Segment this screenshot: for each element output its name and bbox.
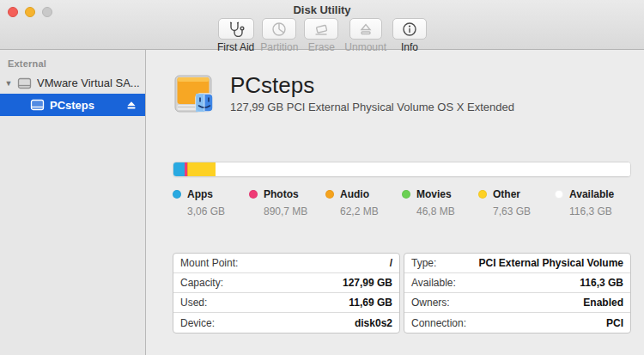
legend-label: Photos	[264, 188, 299, 200]
legend-item-audio: Audio 62,2 MB	[325, 188, 402, 217]
row-label: Connection:	[411, 317, 466, 329]
table-row-type: Type: PCI External Physical Volume	[404, 254, 630, 273]
detail-tables: Mount Point: / Capacity: 127,99 GB Used:…	[173, 253, 631, 334]
legend-item-photos: Photos 890,7 MB	[249, 188, 325, 217]
legend-size: 3,06 GB	[187, 205, 249, 217]
legend-label: Movies	[416, 188, 452, 200]
sidebar: External ▼ VMware Virtual SA...	[0, 50, 146, 355]
main-panel: PCsteps 127,99 GB PCI External Physical …	[146, 50, 644, 355]
row-label: Mount Point:	[180, 257, 238, 269]
window-title: Disk Utility	[0, 3, 644, 16]
sidebar-item-pcsteps[interactable]: PCsteps	[0, 94, 145, 116]
row-value: PCI External Physical Volume	[478, 257, 623, 269]
erase-button[interactable]: Erase	[304, 18, 338, 53]
volume-description: 127,99 GB PCI External Physical Volume O…	[230, 101, 514, 113]
legend-label: Audio	[340, 188, 369, 200]
row-value: 127,99 GB	[343, 277, 392, 289]
legend-size: 890,7 MB	[264, 205, 325, 217]
eraser-icon	[313, 21, 329, 37]
row-label: Used:	[180, 297, 207, 309]
legend-size: 116,3 GB	[569, 205, 631, 217]
disclosure-triangle-icon[interactable]: ▼	[0, 79, 17, 88]
legend-item-available: Available 116,3 GB	[555, 188, 631, 217]
toolbar: First Aid Partition Eras	[0, 18, 644, 53]
titlebar: Disk Utility First Aid	[0, 0, 644, 50]
table-row-available: Available: 116,3 GB	[404, 273, 630, 293]
legend-size: 62,2 MB	[340, 205, 402, 217]
sidebar-item-label: PCsteps	[50, 99, 94, 112]
legend-size: 7,63 GB	[493, 205, 555, 217]
movies-color-dot-icon	[402, 190, 410, 199]
other-color-dot-icon	[478, 190, 487, 199]
table-row-owners: Owners: Enabled	[404, 293, 630, 313]
info-icon	[402, 21, 417, 37]
first-aid-label: First Aid	[217, 41, 254, 53]
usage-segment-other	[188, 162, 216, 176]
detail-table-right: Type: PCI External Physical Volume Avail…	[404, 253, 631, 334]
finder-face-badge	[196, 94, 213, 112]
volume-header: PCsteps 127,99 GB PCI External Physical …	[173, 72, 631, 119]
partition-button[interactable]: Partition	[260, 18, 298, 53]
row-value: Enabled	[583, 297, 623, 309]
table-row-device: Device: disk0s2	[173, 313, 399, 333]
partition-pie-icon	[271, 21, 287, 37]
usage-legend: Apps 3,06 GB Photos 890,7 MB Audio	[173, 188, 631, 217]
info-button[interactable]: Info	[392, 18, 427, 53]
row-value: PCI	[606, 317, 623, 329]
first-aid-button[interactable]: First Aid	[217, 18, 254, 53]
volume-icon	[30, 99, 45, 111]
row-label: Type:	[411, 257, 436, 269]
row-value: 116,3 GB	[580, 277, 623, 289]
apps-color-dot-icon	[173, 190, 181, 199]
storage-usage-bar	[173, 162, 631, 177]
row-label: Device:	[180, 317, 215, 329]
legend-label: Available	[569, 188, 614, 200]
volume-name: PCsteps	[230, 72, 514, 98]
legend-item-other: Other 7,63 GB	[478, 188, 555, 217]
sidebar-section-external: External	[0, 58, 145, 72]
legend-label: Apps	[187, 188, 213, 200]
disk-drive-icon	[17, 77, 32, 89]
detail-table-left: Mount Point: / Capacity: 127,99 GB Used:…	[173, 253, 400, 334]
row-value: disk0s2	[355, 317, 392, 329]
table-row-used: Used: 11,69 GB	[173, 293, 399, 313]
usage-segment-apps	[173, 162, 185, 176]
first-aid-stethoscope-icon	[228, 21, 245, 37]
legend-size: 46,8 MB	[416, 205, 478, 217]
erase-label: Erase	[308, 41, 335, 53]
available-color-dot-icon	[555, 190, 563, 199]
row-label: Capacity:	[180, 277, 223, 289]
sidebar-item-label: VMware Virtual SA...	[37, 77, 140, 89]
table-row-connection: Connection: PCI	[404, 313, 630, 333]
legend-label: Other	[493, 188, 520, 200]
external-drive-icon	[173, 71, 216, 121]
table-row-capacity: Capacity: 127,99 GB	[173, 273, 399, 293]
audio-color-dot-icon	[325, 190, 334, 199]
table-row-mount-point: Mount Point: /	[173, 254, 399, 273]
partition-label: Partition	[260, 41, 298, 53]
row-value: 11,69 GB	[349, 297, 392, 309]
disk-utility-window: Disk Utility First Aid	[0, 0, 644, 355]
legend-item-movies: Movies 46,8 MB	[402, 188, 478, 217]
row-value: /	[390, 257, 392, 269]
unmount-label: Unmount	[344, 41, 386, 53]
eject-button[interactable]	[126, 94, 137, 116]
sidebar-item-vmware-disk[interactable]: ▼ VMware Virtual SA...	[0, 72, 145, 94]
photos-color-dot-icon	[249, 190, 258, 199]
eject-icon	[359, 21, 373, 37]
unmount-button[interactable]: Unmount	[344, 18, 386, 53]
row-label: Available:	[411, 277, 456, 289]
usage-segment-available	[216, 162, 630, 176]
row-label: Owners:	[411, 297, 450, 309]
info-label: Info	[401, 41, 418, 53]
legend-item-apps: Apps 3,06 GB	[173, 188, 249, 217]
